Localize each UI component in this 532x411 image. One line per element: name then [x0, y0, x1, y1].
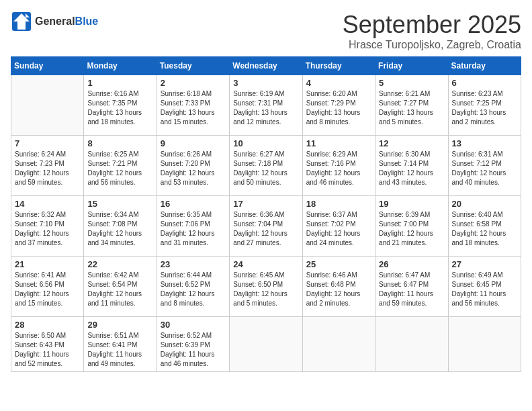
- day-info: Sunrise: 6:29 AM Sunset: 7:16 PM Dayligh…: [306, 150, 371, 187]
- day-number: 3: [233, 78, 298, 88]
- calendar-cell: 15Sunrise: 6:34 AM Sunset: 7:08 PM Dayli…: [84, 196, 157, 257]
- day-info: Sunrise: 6:18 AM Sunset: 7:33 PM Dayligh…: [161, 89, 226, 127]
- day-info: Sunrise: 6:20 AM Sunset: 7:29 PM Dayligh…: [306, 89, 371, 127]
- calendar-cell: 6Sunrise: 6:23 AM Sunset: 7:25 PM Daylig…: [448, 75, 521, 136]
- day-info: Sunrise: 6:26 AM Sunset: 7:20 PM Dayligh…: [161, 150, 226, 187]
- weekday-header-row: SundayMondayTuesdayWednesdayThursdayFrid…: [11, 57, 521, 75]
- day-number: 21: [15, 259, 80, 269]
- day-info: Sunrise: 6:30 AM Sunset: 7:14 PM Dayligh…: [379, 150, 444, 187]
- day-info: Sunrise: 6:42 AM Sunset: 6:54 PM Dayligh…: [87, 271, 152, 308]
- calendar-cell: 20Sunrise: 6:40 AM Sunset: 6:58 PM Dayli…: [448, 196, 521, 257]
- day-info: Sunrise: 6:52 AM Sunset: 6:39 PM Dayligh…: [161, 331, 226, 369]
- day-info: Sunrise: 6:32 AM Sunset: 7:10 PM Dayligh…: [15, 210, 80, 248]
- calendar-cell: 2Sunrise: 6:18 AM Sunset: 7:33 PM Daylig…: [157, 75, 229, 136]
- weekday-header-monday: Monday: [84, 57, 157, 75]
- calendar-week-row: 21Sunrise: 6:41 AM Sunset: 6:56 PM Dayli…: [11, 257, 521, 317]
- calendar-week-row: 14Sunrise: 6:32 AM Sunset: 7:10 PM Dayli…: [11, 196, 521, 257]
- day-number: 9: [161, 138, 226, 148]
- calendar-cell: 4Sunrise: 6:20 AM Sunset: 7:29 PM Daylig…: [302, 75, 375, 136]
- calendar-cell: 30Sunrise: 6:52 AM Sunset: 6:39 PM Dayli…: [157, 317, 229, 372]
- logo-icon: [11, 11, 32, 32]
- day-number: 8: [87, 138, 152, 148]
- calendar-cell: 16Sunrise: 6:35 AM Sunset: 7:06 PM Dayli…: [157, 196, 229, 257]
- day-number: 22: [87, 259, 152, 269]
- day-info: Sunrise: 6:44 AM Sunset: 6:52 PM Dayligh…: [161, 271, 226, 308]
- day-number: 5: [379, 78, 444, 88]
- month-title: September 2025: [343, 11, 521, 39]
- day-info: Sunrise: 6:49 AM Sunset: 6:45 PM Dayligh…: [452, 271, 517, 308]
- day-info: Sunrise: 6:51 AM Sunset: 6:41 PM Dayligh…: [87, 331, 152, 369]
- day-number: 18: [306, 199, 371, 209]
- calendar-cell: 8Sunrise: 6:25 AM Sunset: 7:21 PM Daylig…: [84, 136, 157, 196]
- day-number: 24: [233, 259, 298, 269]
- day-number: 11: [306, 138, 371, 148]
- title-block: September 2025 Hrasce Turopoljsko, Zagre…: [343, 11, 521, 51]
- day-number: 19: [379, 199, 444, 209]
- calendar-cell: 18Sunrise: 6:37 AM Sunset: 7:02 PM Dayli…: [302, 196, 375, 257]
- calendar-cell: 10Sunrise: 6:27 AM Sunset: 7:18 PM Dayli…: [230, 136, 302, 196]
- logo-general: General: [35, 15, 75, 27]
- weekday-header-tuesday: Tuesday: [157, 57, 229, 75]
- calendar-cell: 22Sunrise: 6:42 AM Sunset: 6:54 PM Dayli…: [84, 257, 157, 317]
- day-number: 1: [87, 78, 152, 88]
- day-number: 26: [379, 259, 444, 269]
- day-number: 28: [15, 320, 80, 330]
- calendar-cell: 28Sunrise: 6:50 AM Sunset: 6:43 PM Dayli…: [11, 317, 84, 372]
- day-info: Sunrise: 6:24 AM Sunset: 7:23 PM Dayligh…: [15, 150, 80, 187]
- day-info: Sunrise: 6:39 AM Sunset: 7:00 PM Dayligh…: [379, 210, 444, 248]
- day-number: 14: [15, 199, 80, 209]
- calendar-cell: 3Sunrise: 6:19 AM Sunset: 7:31 PM Daylig…: [230, 75, 302, 136]
- day-number: 10: [233, 138, 298, 148]
- calendar-cell: 9Sunrise: 6:26 AM Sunset: 7:20 PM Daylig…: [157, 136, 229, 196]
- calendar-cell: 17Sunrise: 6:36 AM Sunset: 7:04 PM Dayli…: [230, 196, 302, 257]
- day-number: 29: [87, 320, 152, 330]
- day-info: Sunrise: 6:27 AM Sunset: 7:18 PM Dayligh…: [233, 150, 298, 187]
- day-info: Sunrise: 6:19 AM Sunset: 7:31 PM Dayligh…: [233, 89, 298, 127]
- day-number: 2: [161, 78, 226, 88]
- calendar-cell: 1Sunrise: 6:16 AM Sunset: 7:35 PM Daylig…: [84, 75, 157, 136]
- calendar-cell: 26Sunrise: 6:47 AM Sunset: 6:47 PM Dayli…: [375, 257, 448, 317]
- page-header: GeneralBlue September 2025 Hrasce Turopo…: [11, 11, 521, 51]
- calendar-cell: 12Sunrise: 6:30 AM Sunset: 7:14 PM Dayli…: [375, 136, 448, 196]
- day-info: Sunrise: 6:25 AM Sunset: 7:21 PM Dayligh…: [87, 150, 152, 187]
- weekday-header-wednesday: Wednesday: [230, 57, 302, 75]
- day-info: Sunrise: 6:40 AM Sunset: 6:58 PM Dayligh…: [452, 210, 517, 248]
- calendar-week-row: 1Sunrise: 6:16 AM Sunset: 7:35 PM Daylig…: [11, 75, 521, 136]
- day-number: 16: [161, 199, 226, 209]
- day-info: Sunrise: 6:46 AM Sunset: 6:48 PM Dayligh…: [306, 271, 371, 308]
- weekday-header-sunday: Sunday: [11, 57, 84, 75]
- day-number: 20: [452, 199, 517, 209]
- calendar-cell: 27Sunrise: 6:49 AM Sunset: 6:45 PM Dayli…: [448, 257, 521, 317]
- logo-blue: Blue: [75, 15, 99, 27]
- calendar-cell: [375, 317, 448, 372]
- weekday-header-thursday: Thursday: [302, 57, 375, 75]
- day-number: 6: [452, 78, 517, 88]
- calendar-cell: 23Sunrise: 6:44 AM Sunset: 6:52 PM Dayli…: [157, 257, 229, 317]
- calendar-cell: 29Sunrise: 6:51 AM Sunset: 6:41 PM Dayli…: [84, 317, 157, 372]
- day-info: Sunrise: 6:35 AM Sunset: 7:06 PM Dayligh…: [161, 210, 226, 248]
- location-title: Hrasce Turopoljsko, Zagreb, Croatia: [343, 39, 521, 51]
- day-info: Sunrise: 6:41 AM Sunset: 6:56 PM Dayligh…: [15, 271, 80, 308]
- day-number: 25: [306, 259, 371, 269]
- day-info: Sunrise: 6:50 AM Sunset: 6:43 PM Dayligh…: [15, 331, 80, 369]
- day-info: Sunrise: 6:37 AM Sunset: 7:02 PM Dayligh…: [306, 210, 371, 248]
- day-info: Sunrise: 6:31 AM Sunset: 7:12 PM Dayligh…: [452, 150, 517, 187]
- day-info: Sunrise: 6:21 AM Sunset: 7:27 PM Dayligh…: [379, 89, 444, 127]
- day-number: 7: [15, 138, 80, 148]
- day-info: Sunrise: 6:47 AM Sunset: 6:47 PM Dayligh…: [379, 271, 444, 308]
- day-number: 12: [379, 138, 444, 148]
- calendar-cell: 25Sunrise: 6:46 AM Sunset: 6:48 PM Dayli…: [302, 257, 375, 317]
- calendar-cell: 7Sunrise: 6:24 AM Sunset: 7:23 PM Daylig…: [11, 136, 84, 196]
- day-info: Sunrise: 6:36 AM Sunset: 7:04 PM Dayligh…: [233, 210, 298, 248]
- calendar-cell: 14Sunrise: 6:32 AM Sunset: 7:10 PM Dayli…: [11, 196, 84, 257]
- calendar-cell: 21Sunrise: 6:41 AM Sunset: 6:56 PM Dayli…: [11, 257, 84, 317]
- calendar-week-row: 7Sunrise: 6:24 AM Sunset: 7:23 PM Daylig…: [11, 136, 521, 196]
- day-number: 4: [306, 78, 371, 88]
- day-info: Sunrise: 6:16 AM Sunset: 7:35 PM Dayligh…: [87, 89, 152, 127]
- day-number: 30: [161, 320, 226, 330]
- day-number: 27: [452, 259, 517, 269]
- calendar-cell: 11Sunrise: 6:29 AM Sunset: 7:16 PM Dayli…: [302, 136, 375, 196]
- calendar-cell: [230, 317, 302, 372]
- day-number: 13: [452, 138, 517, 148]
- calendar-cell: [448, 317, 521, 372]
